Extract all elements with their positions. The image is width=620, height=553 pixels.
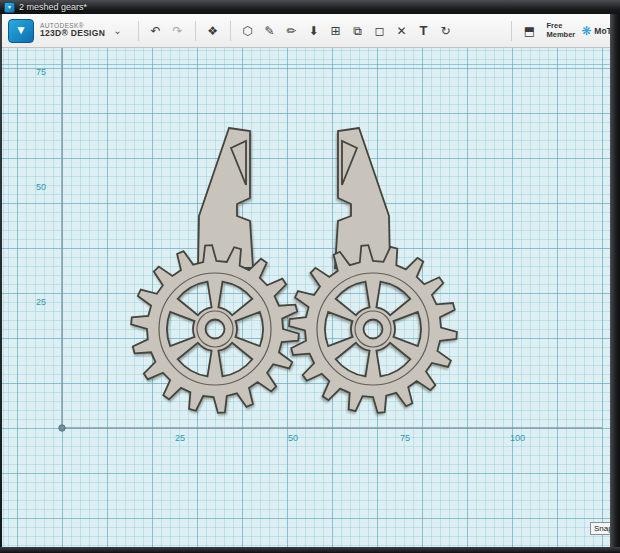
undo-icon[interactable]: ↶ bbox=[145, 20, 167, 42]
text-icon[interactable]: T bbox=[413, 20, 435, 42]
app-logo-icon[interactable]: ▼ bbox=[8, 19, 34, 43]
window-border-right[interactable] bbox=[610, 14, 620, 553]
design-canvas[interactable]: 75 50 25 25 50 75 100 Snap : 1 bbox=[2, 48, 610, 547]
right-gear-shape[interactable] bbox=[289, 245, 457, 413]
brand-text: AUTODESK® 123D® DESIGN bbox=[40, 23, 105, 39]
toolbar-separator bbox=[138, 21, 139, 41]
sketch-icon[interactable]: ✎ bbox=[259, 20, 281, 42]
titlebar-app-icon: ▾ bbox=[4, 2, 15, 13]
main-toolbar: ▼ AUTODESK® 123D® DESIGN ⌄ ↶ ↷ ❖ ⬡ ✎ ✏ ⬇… bbox=[2, 14, 618, 48]
origin-marker[interactable] bbox=[59, 425, 65, 431]
left-gripper-part[interactable] bbox=[131, 128, 299, 413]
delete-icon[interactable]: ✕ bbox=[391, 20, 413, 42]
construct-icon[interactable]: ✏ bbox=[281, 20, 303, 42]
titlebar[interactable]: ▾ 2 meshed gears* bbox=[0, 0, 620, 14]
right-gripper-part[interactable] bbox=[289, 128, 457, 413]
window-title: 2 meshed gears* bbox=[19, 2, 87, 12]
window-border-left bbox=[0, 14, 2, 553]
membership-line2: Member bbox=[546, 31, 575, 39]
x-axis-label-75: 75 bbox=[400, 433, 410, 443]
window-border-bottom[interactable] bbox=[0, 547, 620, 553]
x-axis-label-50: 50 bbox=[288, 433, 298, 443]
modify-icon[interactable]: ⬇ bbox=[303, 20, 325, 42]
x-axis-label-100: 100 bbox=[510, 433, 525, 443]
app-menu-chevron-icon[interactable]: ⌄ bbox=[113, 25, 121, 36]
y-axis-label-50: 50 bbox=[24, 182, 46, 192]
combine-icon[interactable]: ◻ bbox=[369, 20, 391, 42]
brand-123d-design: 123D® DESIGN bbox=[40, 29, 105, 38]
account-icon[interactable]: ❋ bbox=[581, 24, 591, 38]
meshed-gears-model[interactable] bbox=[2, 48, 610, 547]
y-axis-label-25: 25 bbox=[24, 297, 46, 307]
pattern-icon[interactable]: ⊞ bbox=[325, 20, 347, 42]
membership-status[interactable]: Free Member bbox=[546, 22, 575, 39]
app-window: ▾ 2 meshed gears* ▼ AUTODESK® 123D® DESI… bbox=[0, 0, 620, 553]
toolbar-separator bbox=[195, 21, 196, 41]
view-cube-icon[interactable]: ⬒ bbox=[518, 20, 540, 42]
primitives-icon[interactable]: ⬡ bbox=[237, 20, 259, 42]
y-axis-label-75: 75 bbox=[24, 67, 46, 77]
toolbar-separator bbox=[511, 21, 512, 41]
toolbar-separator bbox=[230, 21, 231, 41]
transform-icon[interactable]: ❖ bbox=[202, 20, 224, 42]
grouping-icon[interactable]: ⧉ bbox=[347, 20, 369, 42]
snap-icon[interactable]: ↻ bbox=[435, 20, 457, 42]
snap-status[interactable]: Snap : 1 bbox=[590, 522, 610, 535]
x-axis-label-25: 25 bbox=[175, 433, 185, 443]
redo-icon[interactable]: ↷ bbox=[167, 20, 189, 42]
left-gear-shape[interactable] bbox=[131, 245, 299, 413]
